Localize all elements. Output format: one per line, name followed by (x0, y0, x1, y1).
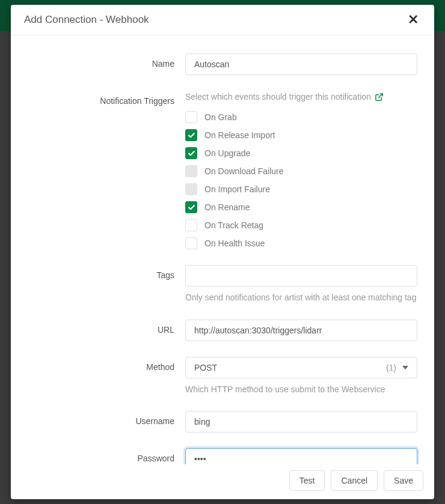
method-value: POST (194, 363, 217, 372)
save-button[interactable]: Save (384, 470, 423, 491)
label-password: Password (28, 448, 185, 463)
triggers-list: On GrabOn Release ImportOn UpgradeOn Dow… (185, 111, 417, 249)
checkbox[interactable] (185, 219, 197, 231)
trigger-row[interactable]: On Health Issue (185, 237, 417, 249)
method-hint: Which HTTP method to use submit to the W… (185, 383, 417, 395)
modal-footer: Test Cancel Save (11, 464, 434, 499)
checkbox[interactable] (185, 147, 197, 159)
trigger-label: On Rename (204, 202, 250, 212)
trigger-label: On Health Issue (204, 238, 265, 248)
chevron-down-icon (402, 366, 408, 369)
name-input[interactable] (185, 53, 417, 75)
username-input[interactable] (185, 411, 417, 433)
row-tags: Tags Only send notifications for artist … (28, 265, 417, 303)
trigger-row: On Download Failure (185, 165, 417, 177)
row-username: Username (28, 411, 417, 433)
trigger-row[interactable]: On Upgrade (185, 147, 417, 159)
label-tags: Tags (28, 265, 185, 280)
row-url: URL (28, 320, 417, 341)
modal-header: Add Connection - Webhook ✕ (11, 5, 434, 35)
checkbox[interactable] (185, 201, 197, 213)
trigger-row[interactable]: On Release Import (185, 129, 417, 141)
close-icon[interactable]: ✕ (405, 13, 421, 26)
url-input[interactable] (185, 320, 417, 341)
row-method: Method POST (1) Which HTTP method to use… (28, 357, 417, 395)
row-triggers: Notification Triggers Select which event… (28, 91, 417, 249)
trigger-row: On Import Failure (185, 183, 417, 195)
tags-input[interactable] (185, 265, 417, 287)
trigger-label: On Track Retag (204, 220, 263, 230)
label-url: URL (28, 320, 185, 335)
password-input[interactable] (185, 448, 417, 464)
checkbox (185, 183, 197, 195)
label-triggers: Notification Triggers (28, 91, 185, 106)
modal-body: Name Notification Triggers Select which … (11, 35, 434, 464)
trigger-label: On Import Failure (204, 184, 270, 194)
cancel-button[interactable]: Cancel (331, 470, 378, 491)
trigger-row[interactable]: On Grab (185, 111, 417, 123)
trigger-label: On Release Import (204, 130, 275, 140)
trigger-row[interactable]: On Track Retag (185, 219, 417, 231)
label-method: Method (28, 357, 185, 372)
method-select[interactable]: POST (1) (185, 357, 417, 378)
modal-dialog: Add Connection - Webhook ✕ Name Notifica… (11, 5, 434, 499)
trigger-label: On Upgrade (204, 148, 250, 158)
row-password: Password (28, 448, 417, 464)
row-name: Name (28, 53, 417, 75)
label-username: Username (28, 411, 185, 426)
checkbox[interactable] (185, 129, 197, 141)
checkbox (185, 165, 197, 177)
modal-title: Add Connection - Webhook (24, 14, 149, 26)
external-link-icon[interactable] (375, 93, 384, 102)
trigger-label: On Grab (204, 112, 237, 122)
checkbox[interactable] (185, 237, 197, 249)
svg-line-0 (378, 94, 382, 98)
method-count: (1) (386, 363, 396, 372)
label-name: Name (28, 53, 185, 68)
checkbox[interactable] (185, 111, 197, 123)
trigger-row[interactable]: On Rename (185, 201, 417, 213)
test-button[interactable]: Test (289, 470, 325, 491)
triggers-hint-row: Select which events should trigger this … (185, 91, 417, 103)
triggers-hint: Select which events should trigger this … (185, 91, 371, 103)
trigger-label: On Download Failure (204, 166, 284, 176)
tags-hint: Only send notifications for artist with … (185, 291, 417, 303)
